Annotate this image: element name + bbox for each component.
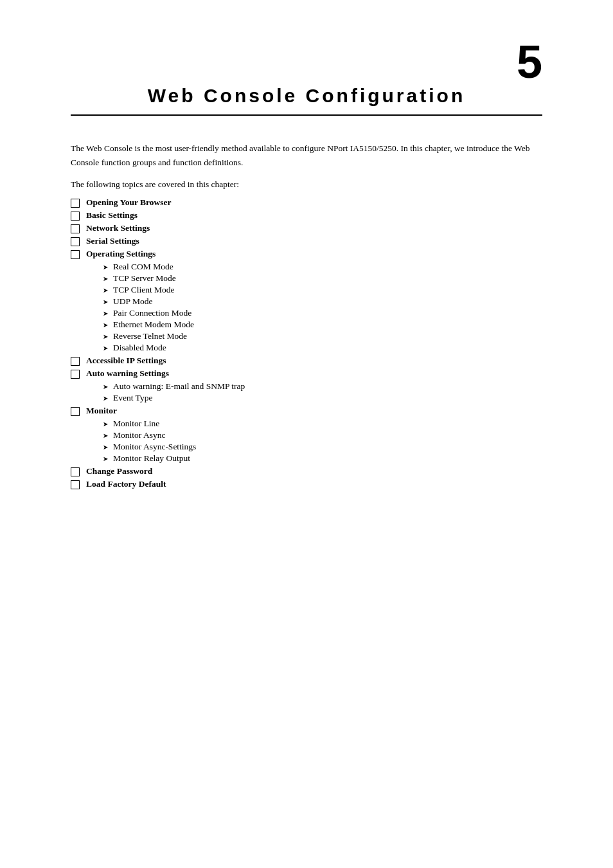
sub-item-label: TCP Server Mode — [113, 273, 176, 284]
topic-label-text: Load Factory Default — [86, 479, 166, 489]
chapter-number: 5 — [71, 39, 542, 85]
arrow-icon: ➤ — [103, 275, 108, 282]
arrow-icon: ➤ — [103, 395, 108, 402]
topics-intro: The following topics are covered in this… — [71, 179, 542, 190]
topic-item-operating-settings: Operating Settings — [71, 249, 542, 259]
topic-item-monitor: Monitor — [71, 406, 542, 416]
topic-item-serial-settings: Serial Settings — [71, 236, 542, 246]
checkbox-icon — [71, 357, 80, 366]
sub-item-label: Reverse Telnet Mode — [113, 331, 187, 341]
checkbox-icon — [71, 370, 80, 379]
arrow-icon: ➤ — [103, 298, 108, 305]
sub-item: ➤Auto warning: E-mail and SNMP trap — [103, 381, 542, 392]
sub-item: ➤Pair Connection Mode — [103, 308, 542, 318]
topic-item-opening-browser: Opening Your Browser — [71, 197, 542, 208]
sub-item-label: Monitor Relay Output — [113, 453, 190, 464]
topic-label-change-password: Change Password — [86, 466, 152, 476]
sub-item: ➤Event Type — [103, 393, 542, 403]
topic-label-monitor: Monitor — [86, 406, 117, 416]
sub-item: ➤Disabled Mode — [103, 343, 542, 353]
sub-item-label: Auto warning: E-mail and SNMP trap — [113, 381, 245, 392]
checkbox-icon — [71, 224, 80, 233]
topic-label-text: Basic Settings — [86, 210, 138, 220]
sub-item: ➤TCP Client Mode — [103, 285, 542, 295]
topic-label-operating-settings: Operating Settings — [86, 249, 155, 259]
topic-label-text: Network Settings — [86, 223, 150, 233]
topic-item-change-password: Change Password — [71, 466, 542, 476]
arrow-icon: ➤ — [103, 333, 108, 340]
arrow-icon: ➤ — [103, 455, 108, 462]
topic-label-load-factory-default: Load Factory Default — [86, 479, 166, 489]
topic-label-basic-settings: Basic Settings — [86, 210, 138, 221]
checkbox-icon — [71, 467, 80, 476]
sub-list-auto-warning-settings: ➤Auto warning: E-mail and SNMP trap➤Even… — [103, 381, 542, 403]
sub-item: ➤UDP Mode — [103, 296, 542, 307]
sub-list-operating-settings: ➤Real COM Mode➤TCP Server Mode➤TCP Clien… — [103, 262, 542, 353]
sub-item-label: Real COM Mode — [113, 262, 173, 272]
sub-item-label: Ethernet Modem Mode — [113, 320, 194, 330]
topic-item-accessible-ip-settings: Accessible IP Settings — [71, 356, 542, 366]
topic-label-text: Monitor — [86, 406, 117, 415]
sub-item: ➤Ethernet Modem Mode — [103, 320, 542, 330]
topic-label-text: Opening Your Browser — [86, 197, 172, 207]
intro-paragraph-1: The Web Console is the most user-friendl… — [71, 141, 542, 169]
topic-label-auto-warning-settings: Auto warning Settings — [86, 368, 169, 379]
sub-item-label: Monitor Async — [113, 430, 165, 440]
sub-item: ➤TCP Server Mode — [103, 273, 542, 284]
arrow-icon: ➤ — [103, 310, 108, 317]
topic-label-opening-browser: Opening Your Browser — [86, 197, 172, 208]
arrow-icon: ➤ — [103, 264, 108, 271]
sub-item-label: TCP Client Mode — [113, 285, 175, 295]
topic-label-accessible-ip-settings: Accessible IP Settings — [86, 356, 166, 366]
arrow-icon: ➤ — [103, 287, 108, 294]
sub-item-label: Monitor Line — [113, 419, 159, 429]
chapter-title: Web Console Configuration — [71, 85, 542, 116]
sublist-container-monitor: ➤Monitor Line➤Monitor Async➤Monitor Asyn… — [71, 419, 542, 464]
topic-label-text: Operating Settings — [86, 249, 155, 258]
sub-list-monitor: ➤Monitor Line➤Monitor Async➤Monitor Asyn… — [103, 419, 542, 464]
checkbox-icon — [71, 480, 80, 489]
sub-item-label: UDP Mode — [113, 296, 152, 307]
checkbox-icon — [71, 237, 80, 246]
topic-label-network-settings: Network Settings — [86, 223, 150, 233]
sub-item: ➤Real COM Mode — [103, 262, 542, 272]
sublist-container-auto-warning-settings: ➤Auto warning: E-mail and SNMP trap➤Even… — [71, 381, 542, 403]
topic-label-text: Change Password — [86, 466, 152, 476]
sub-item-label: Event Type — [113, 393, 152, 403]
arrow-icon: ➤ — [103, 444, 108, 451]
topic-item-load-factory-default: Load Factory Default — [71, 479, 542, 489]
topic-list: Opening Your BrowserBasic SettingsNetwor… — [71, 197, 542, 489]
checkbox-icon — [71, 199, 80, 208]
sub-item: ➤Reverse Telnet Mode — [103, 331, 542, 341]
arrow-icon: ➤ — [103, 345, 108, 352]
arrow-icon: ➤ — [103, 321, 108, 329]
topic-label-text: Auto warning Settings — [86, 368, 169, 378]
topic-item-auto-warning-settings: Auto warning Settings — [71, 368, 542, 379]
sub-item-label: Monitor Async-Settings — [113, 442, 196, 452]
arrow-icon: ➤ — [103, 432, 108, 439]
page: 5 Web Console Configuration The Web Cons… — [0, 0, 613, 868]
sub-item-label: Pair Connection Mode — [113, 308, 191, 318]
arrow-icon: ➤ — [103, 383, 108, 390]
sub-item: ➤Monitor Relay Output — [103, 453, 542, 464]
topic-label-serial-settings: Serial Settings — [86, 236, 139, 246]
sub-item: ➤Monitor Line — [103, 419, 542, 429]
topic-item-basic-settings: Basic Settings — [71, 210, 542, 221]
sublist-container-operating-settings: ➤Real COM Mode➤TCP Server Mode➤TCP Clien… — [71, 262, 542, 353]
topic-label-text: Accessible IP Settings — [86, 356, 166, 365]
checkbox-icon — [71, 407, 80, 416]
sub-item: ➤Monitor Async — [103, 430, 542, 440]
topic-label-text: Serial Settings — [86, 236, 139, 246]
arrow-icon: ➤ — [103, 420, 108, 428]
sub-item: ➤Monitor Async-Settings — [103, 442, 542, 452]
topic-item-network-settings: Network Settings — [71, 223, 542, 233]
sub-item-label: Disabled Mode — [113, 343, 166, 353]
checkbox-icon — [71, 250, 80, 259]
checkbox-icon — [71, 212, 80, 221]
